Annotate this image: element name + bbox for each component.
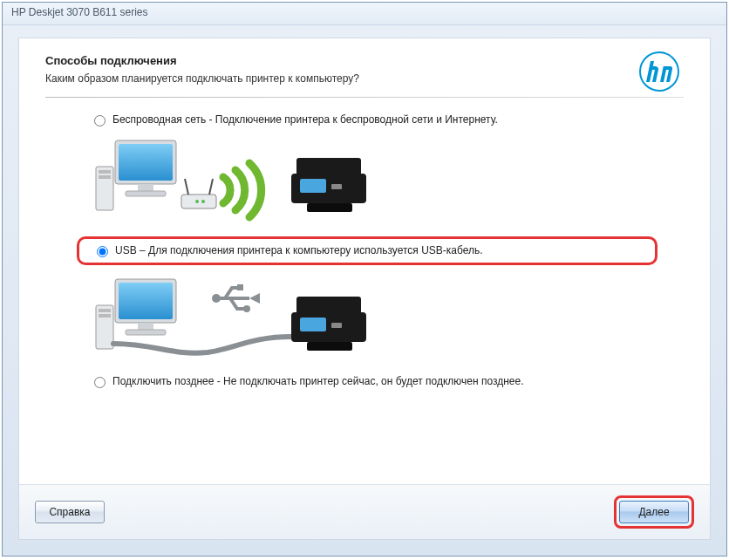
page-header: Способы подключения Каким образом планир…: [19, 38, 710, 97]
svg-rect-21: [126, 330, 166, 335]
radio-wireless[interactable]: [94, 115, 106, 126]
svg-rect-2: [119, 144, 173, 181]
svg-line-10: [209, 179, 213, 195]
svg-line-9: [185, 179, 188, 195]
svg-rect-28: [296, 297, 361, 314]
svg-point-12: [201, 200, 205, 203]
option-later[interactable]: Подключить позднее - Не подключать принт…: [94, 375, 657, 388]
svg-rect-31: [331, 323, 342, 328]
svg-rect-24: [99, 314, 111, 318]
svg-rect-17: [307, 203, 352, 212]
svg-point-11: [195, 200, 199, 203]
option-wireless[interactable]: Беспроводная сеть - Подключение принтера…: [94, 113, 657, 126]
page-title: Способы подключения: [45, 54, 684, 67]
option-usb[interactable]: USB – Для подключения принтера к компьют…: [79, 244, 641, 257]
installer-window: HP Deskjet 3070 B611 series Способы подк…: [2, 2, 727, 557]
svg-rect-16: [331, 184, 342, 189]
usb-icon: [212, 284, 260, 312]
radio-usb[interactable]: [97, 246, 108, 257]
svg-rect-20: [138, 323, 153, 330]
svg-rect-23: [99, 309, 111, 312]
option-later-label: Подключить позднее - Не подключать принт…: [112, 375, 524, 387]
page-subtitle: Каким образом планируется подключать при…: [45, 72, 684, 85]
svg-rect-6: [99, 170, 111, 174]
content-panel: Способы подключения Каким образом планир…: [18, 38, 711, 484]
illustration-wireless: [94, 133, 657, 229]
svg-rect-7: [99, 175, 111, 179]
svg-rect-4: [126, 191, 166, 196]
window-titlebar: HP Deskjet 3070 B611 series: [3, 3, 726, 25]
highlight-usb-option: USB – Для подключения принтера к компьют…: [77, 236, 657, 265]
svg-point-0: [640, 52, 678, 91]
highlight-next-button: Далее: [614, 495, 694, 529]
svg-rect-30: [300, 318, 326, 331]
connection-options: Беспроводная сеть - Подключение принтера…: [19, 98, 710, 388]
svg-rect-13: [296, 158, 361, 175]
help-button[interactable]: Справка: [35, 501, 105, 523]
svg-point-27: [243, 305, 250, 312]
footer-bar: Справка Далее: [18, 484, 711, 540]
svg-rect-19: [119, 283, 173, 319]
window-title: HP Deskjet 3070 B611 series: [11, 6, 148, 18]
hp-logo: [633, 51, 685, 95]
option-usb-label: USB – Для подключения принтера к компьют…: [115, 244, 483, 256]
svg-rect-32: [307, 342, 352, 351]
svg-rect-26: [237, 284, 243, 290]
illustration-usb: [94, 272, 657, 368]
radio-later[interactable]: [94, 377, 106, 388]
next-button[interactable]: Далее: [619, 501, 689, 523]
option-wireless-label: Беспроводная сеть - Подключение принтера…: [112, 113, 498, 126]
svg-rect-15: [300, 179, 326, 193]
svg-rect-3: [138, 184, 153, 191]
